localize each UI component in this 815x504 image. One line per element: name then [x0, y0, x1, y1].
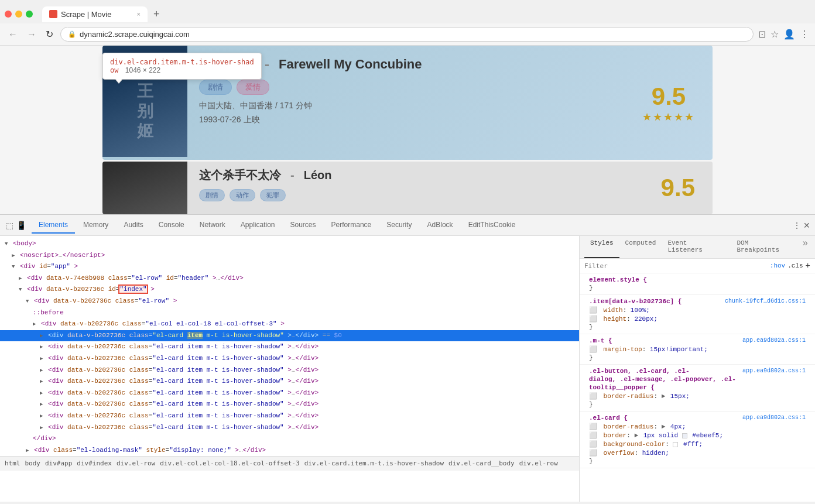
breadcrumb-elrow[interactable]: div.el-row [117, 458, 155, 469]
movie-rating-1: 9.5 ★★★★★ [642, 83, 695, 124]
maximize-window-button[interactable] [26, 11, 33, 18]
refresh-button[interactable]: ↻ [43, 28, 56, 41]
styles-cls-toggle[interactable]: .cls [787, 262, 803, 269]
tab-sources[interactable]: Sources [283, 217, 323, 234]
html-line-card-5: <div data-v-b202736c class="el-card item… [0, 376, 579, 388]
breadcrumb-cardbody[interactable]: div.el-card__body [448, 458, 515, 469]
breadcrumb-html[interactable]: html [5, 458, 20, 469]
breadcrumb-card[interactable]: div.el-card.item.m-t.is-hover-shadow [304, 458, 444, 469]
back-button[interactable]: ← [6, 28, 20, 41]
main-area: div.el-card.item.m-t.is-hover-shadow 104… [0, 46, 815, 502]
genre-tags-1: 剧情 爱情 [199, 80, 701, 95]
tab-bar: Scrape | Movie × + [0, 0, 815, 23]
tab-close-button[interactable]: × [137, 11, 141, 18]
movie-title-en-2: Léon [304, 169, 332, 182]
styles-tab-computed[interactable]: Computed [619, 236, 662, 258]
styles-tab-more[interactable]: » [800, 236, 810, 258]
arrow-noscript[interactable] [12, 252, 15, 259]
nav-right-icons: ⊡ ☆ 👤 ⋮ [758, 29, 809, 40]
styles-filter-input[interactable] [584, 262, 768, 270]
forward-button[interactable]: → [25, 28, 39, 41]
arrow-card-selected[interactable] [40, 332, 43, 339]
breadcrumb-body[interactable]: body [25, 458, 41, 469]
html-line-card-9: <div data-v-b202736c class="el-card item… [0, 422, 579, 434]
html-line-elcol: <div data-v-b202736c class="el-col el-co… [0, 318, 579, 330]
styles-hov-toggle[interactable]: :hov [770, 262, 785, 269]
address-bar[interactable]: 🔒 dynamic2.scrape.cuiqingcai.com [60, 27, 754, 42]
rating-number-1: 9.5 [642, 83, 695, 111]
style-block-item: chunk-19fcf…d6d1c.css:1 .item[data-v-b20… [580, 295, 815, 334]
traffic-lights [5, 11, 33, 18]
styles-add-rule[interactable]: + [806, 261, 810, 270]
genre-tag-1-2: 爱情 [237, 80, 269, 95]
html-line-noscript: <noscript>…</noscript> [0, 250, 579, 262]
nav-bar: ← → ↻ 🔒 dynamic2.scrape.cuiqingcai.com ⊡… [0, 23, 815, 46]
styles-panel: Styles Computed Event Listeners DOM Brea… [580, 236, 815, 502]
devtools-close-icon[interactable]: ✕ [803, 221, 810, 230]
breadcrumb-app[interactable]: div#app [45, 458, 72, 469]
tab-elements[interactable]: Elements [32, 217, 75, 234]
html-line-header: <div data-v-74e8b908 class="el-row" id="… [0, 273, 579, 284]
html-line-app: <div id="app" > [0, 261, 579, 273]
breadcrumb-elcol[interactable]: div.el-col.el-col-18.el-col-offset-3 [160, 458, 299, 469]
movie-meta-1: 中国大陆、中国香港 / 171 分钟 [199, 101, 701, 111]
arrow-body[interactable] [5, 240, 8, 247]
movie-info-1: 霸王别姬 - Farewell My Concubine 剧情 爱情 中国大陆、… [187, 46, 713, 160]
style-block-mt: app.ea9d802a.css:1 .m-t { ⬜ margin-top: … [580, 334, 815, 365]
arrow-app[interactable] [12, 263, 15, 270]
html-line-body: <body> [0, 238, 579, 250]
arrow-index[interactable] [19, 286, 22, 293]
styles-panel-tabs: Styles Computed Event Listeners DOM Brea… [580, 236, 815, 259]
styles-tab-dom-breakpoints[interactable]: DOM Breakpoints [731, 236, 800, 258]
tab-security[interactable]: Security [379, 217, 419, 234]
styles-tab-styles[interactable]: Styles [584, 236, 619, 258]
active-tab[interactable]: Scrape | Movie × [42, 6, 148, 22]
tab-performance[interactable]: Performance [324, 217, 379, 234]
html-line-card-6: <div data-v-b202736c class="el-card item… [0, 388, 579, 399]
arrow-header[interactable] [19, 275, 22, 282]
tab-network[interactable]: Network [193, 217, 232, 234]
movie-poster-2 [102, 162, 187, 214]
devtools-settings-icon[interactable]: ⋮ [793, 221, 801, 230]
html-line-index: <div data-v-b202736c id="index" > [0, 284, 579, 296]
tab-application[interactable]: Application [234, 217, 282, 234]
minimize-window-button[interactable] [15, 11, 22, 18]
inspect-icon[interactable]: ⬚ [5, 221, 14, 230]
tab-console[interactable]: Console [152, 217, 191, 234]
new-tab-button[interactable]: + [150, 8, 163, 20]
tab-adblock[interactable]: AdBlock [420, 217, 460, 234]
profile-icon[interactable]: 👤 [783, 29, 795, 40]
webpage-content: div.el-card.item.m-t.is-hover-shadow 104… [0, 46, 815, 214]
genre-tag-2-2: 动作 [230, 189, 255, 201]
breadcrumb-index[interactable]: div#index [77, 458, 112, 469]
styles-filter: :hov .cls + [580, 259, 815, 273]
genre-tag-1-1: 剧情 [199, 80, 232, 95]
breadcrumb-elrow2[interactable]: div.el-row [519, 458, 558, 469]
tab-editthiscookie[interactable]: EditThisCookie [461, 217, 523, 234]
arrow-elcol[interactable] [33, 320, 36, 327]
movie-title-cn-2: 这个杀手不太冷 [199, 167, 281, 183]
genre-tag-2-1: 剧情 [199, 189, 225, 201]
browser-chrome: Scrape | Movie × + ← → ↻ 🔒 dynamic2.scra… [0, 0, 815, 46]
tab-audits[interactable]: Audits [117, 217, 150, 234]
styles-tab-event-listeners[interactable]: Event Listeners [662, 236, 731, 258]
html-line-card-3: <div data-v-b202736c class="el-card item… [0, 353, 579, 365]
menu-icon[interactable]: ⋮ [800, 29, 809, 40]
html-line-before: ::before [0, 307, 579, 319]
device-icon[interactable]: 📱 [16, 221, 26, 230]
arrow-elrow[interactable] [26, 297, 29, 304]
address-text: dynamic2.scrape.cuiqingcai.com [80, 30, 190, 39]
movie-title-2: 这个杀手不太冷 - Léon [199, 167, 701, 183]
html-line-card-7: <div data-v-b202736c class="el-card item… [0, 399, 579, 410]
movie-card-2: 这个杀手不太冷 - Léon 剧情 动作 犯罪 9.5 [102, 162, 713, 214]
html-line-card-4: <div data-v-b202736c class="el-card item… [0, 365, 579, 376]
cast-icon[interactable]: ⊡ [758, 29, 766, 40]
html-line-closediv: </div> [0, 433, 579, 445]
tab-memory[interactable]: Memory [76, 217, 115, 234]
html-line-card-2: <div data-v-b202736c class="el-card item… [0, 341, 579, 353]
devtools: ⬚ 📱 Elements Memory Audits Console Netwo… [0, 214, 815, 502]
html-line-card-selected[interactable]: <div data-v-b202736c class="el-card item… [0, 330, 579, 342]
rating-number-2: 9.5 [661, 174, 695, 202]
close-window-button[interactable] [5, 11, 12, 18]
bookmark-icon[interactable]: ☆ [771, 29, 779, 40]
